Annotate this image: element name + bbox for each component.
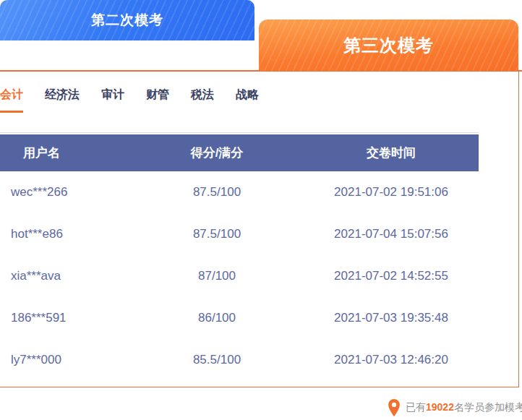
cell-submit-time: 2021-07-02 14:52:55 <box>275 269 479 283</box>
col-header-score: 得分/满分 <box>159 145 275 161</box>
cell-score: 86/100 <box>159 311 275 325</box>
cell-username: 186***591 <box>0 311 159 325</box>
subject-label: 财管 <box>146 88 169 100</box>
content-panel: 会计 经济法 审计 财管 税法 战略 用户名 得分/满分 交卷时间 wec***… <box>0 72 519 387</box>
cell-score: 87.5/100 <box>159 185 275 200</box>
participants-text: 已有19022名学员参加模考 <box>406 401 522 414</box>
tab-subject-financial-mgmt[interactable]: 财管 <box>146 87 169 106</box>
subject-nav: 会计 经济法 审计 财管 税法 战略 <box>0 87 259 106</box>
cell-score: 85.5/100 <box>159 353 275 367</box>
cell-username: wec***266 <box>0 185 159 200</box>
nav-divider <box>0 132 479 133</box>
mock-exam-leaderboard: 第二次模考 第三次模考 会计 经济法 审计 财管 税法 战略 用户名 得分/满分… <box>0 0 522 420</box>
subject-label: 税法 <box>191 88 214 100</box>
tab-subject-strategy[interactable]: 战略 <box>236 87 259 106</box>
subject-label: 审计 <box>101 88 124 100</box>
table-row: 186***591 86/100 2021-07-03 19:35:48 <box>0 297 479 339</box>
participants-note: 已有19022名学员参加模考 <box>388 397 522 419</box>
table-row: wec***266 87.5/100 2021-07-02 19:51:06 <box>0 171 479 213</box>
cell-score: 87.5/100 <box>159 227 275 241</box>
tab-exam-second[interactable]: 第二次模考 <box>0 0 254 40</box>
tab-exam-third-label: 第三次模考 <box>343 34 434 57</box>
cell-submit-time: 2021-07-02 19:51:06 <box>275 185 479 200</box>
tab-exam-third[interactable]: 第三次模考 <box>259 20 518 71</box>
table-row: hot***e86 87.5/100 2021-07-04 15:07:56 <box>0 213 479 255</box>
subject-label: 战略 <box>236 88 259 100</box>
cell-submit-time: 2021-07-03 19:35:48 <box>275 311 479 325</box>
table-header: 用户名 得分/满分 交卷时间 <box>0 134 479 171</box>
cell-username: ly7***000 <box>0 353 159 367</box>
cell-username: hot***e86 <box>0 227 159 241</box>
table-row: ly7***000 85.5/100 2021-07-03 12:46:20 <box>0 339 479 381</box>
col-header-username: 用户名 <box>0 145 159 161</box>
location-pin-icon <box>388 398 401 417</box>
tab-exam-second-label: 第二次模考 <box>91 11 163 30</box>
cell-submit-time: 2021-07-03 12:46:20 <box>275 353 479 367</box>
tab-subject-accounting[interactable]: 会计 <box>0 87 23 106</box>
table-body: wec***266 87.5/100 2021-07-02 19:51:06 h… <box>0 171 479 381</box>
tab-subject-audit[interactable]: 审计 <box>101 87 124 106</box>
col-header-submit-time: 交卷时间 <box>275 145 479 161</box>
tab-subject-tax-law[interactable]: 税法 <box>191 87 214 106</box>
cell-username: xia***ava <box>0 269 159 283</box>
cell-submit-time: 2021-07-04 15:07:56 <box>275 227 479 241</box>
participants-prefix: 已有 <box>406 401 426 413</box>
subject-label: 会计 <box>0 88 23 100</box>
tab-subject-economic-law[interactable]: 经济法 <box>45 87 80 106</box>
subject-label: 经济法 <box>45 88 80 100</box>
participants-suffix: 名学员参加模考 <box>454 401 522 413</box>
participants-count: 19022 <box>426 401 454 413</box>
table-row: xia***ava 87/100 2021-07-02 14:52:55 <box>0 255 479 297</box>
cell-score: 87/100 <box>159 269 275 283</box>
